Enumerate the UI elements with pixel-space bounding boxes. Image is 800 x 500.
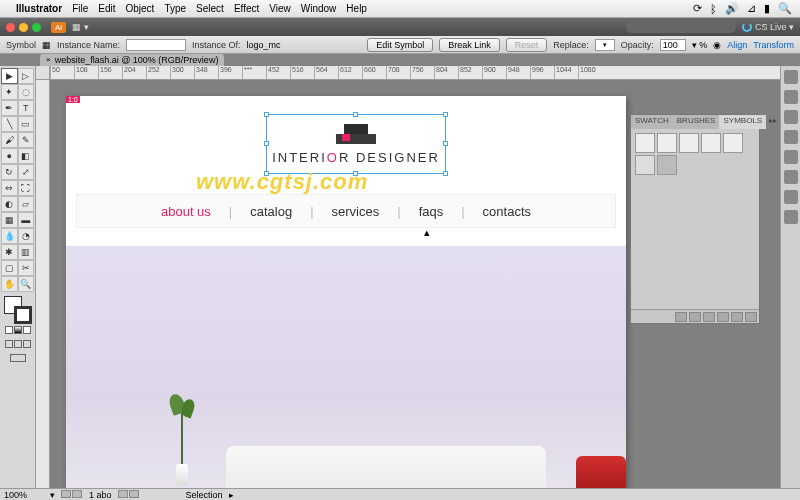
rectangle-tool-icon[interactable]: ▭ xyxy=(18,116,35,132)
free-transform-tool-icon[interactable]: ⛶ xyxy=(18,180,35,196)
opacity-dropdown-icon[interactable]: ▾ % xyxy=(692,40,708,50)
fill-stroke-swatch[interactable] xyxy=(4,296,32,324)
color-mode-icon[interactable] xyxy=(5,326,13,334)
tab-swatches[interactable]: SWATCH xyxy=(631,115,673,129)
instance-name-input[interactable] xyxy=(126,39,186,51)
selection-handle[interactable] xyxy=(443,112,448,117)
pencil-tool-icon[interactable]: ✎ xyxy=(18,132,35,148)
menu-view[interactable]: View xyxy=(269,3,291,14)
gradient-mode-icon[interactable] xyxy=(14,326,22,334)
minimize-window-icon[interactable] xyxy=(19,23,28,32)
symbol-thumb[interactable] xyxy=(657,155,677,175)
layers-panel-icon[interactable] xyxy=(784,210,798,224)
sync-icon[interactable]: ⟳ xyxy=(693,2,702,15)
nav-catalog[interactable]: catalog xyxy=(250,204,292,219)
symbols-panel[interactable]: SWATCH BRUSHES SYMBOLS ▸▸ ≡ xyxy=(630,114,760,324)
symbol-thumb[interactable] xyxy=(701,133,721,153)
opacity-input[interactable] xyxy=(660,39,686,51)
nav-services[interactable]: services xyxy=(332,204,380,219)
color-panel-icon[interactable] xyxy=(784,70,798,84)
tab-symbols[interactable]: SYMBOLS xyxy=(719,115,766,129)
hand-tool-icon[interactable]: ✋ xyxy=(1,276,18,292)
transparency-panel-icon[interactable] xyxy=(784,150,798,164)
current-tool-label[interactable]: Selection xyxy=(186,490,223,500)
selection-tool-icon[interactable]: ▶ xyxy=(1,68,18,84)
menu-window[interactable]: Window xyxy=(301,3,337,14)
eyedropper-tool-icon[interactable]: 💧 xyxy=(1,228,18,244)
menu-file[interactable]: File xyxy=(72,3,88,14)
align-link[interactable]: Align xyxy=(727,40,747,50)
scale-tool-icon[interactable]: ⤢ xyxy=(18,164,35,180)
menu-type[interactable]: Type xyxy=(164,3,186,14)
symbol-options-icon[interactable] xyxy=(717,312,729,322)
stroke-panel-icon[interactable] xyxy=(784,110,798,124)
app-name[interactable]: Illustrator xyxy=(16,3,62,14)
spotlight-icon[interactable]: 🔍 xyxy=(778,2,792,15)
menu-help[interactable]: Help xyxy=(346,3,367,14)
artboard[interactable]: 1:0 INTERIOR DESIGNER www.cgtsj.com xyxy=(66,96,626,488)
blob-brush-tool-icon[interactable]: ● xyxy=(1,148,18,164)
nav-contacts[interactable]: contacts xyxy=(483,204,531,219)
edit-symbol-button[interactable]: Edit Symbol xyxy=(367,38,433,52)
cs-live-button[interactable]: CS Live ▾ xyxy=(742,22,794,32)
zoom-window-icon[interactable] xyxy=(32,23,41,32)
status-dropdown-icon[interactable]: ▸ xyxy=(229,490,234,500)
type-tool-icon[interactable]: T xyxy=(18,100,35,116)
selection-handle[interactable] xyxy=(353,112,358,117)
close-tab-icon[interactable]: × xyxy=(46,54,51,66)
reset-button[interactable]: Reset xyxy=(506,38,548,52)
last-artboard-icon[interactable] xyxy=(129,490,139,498)
symbol-thumb[interactable] xyxy=(679,133,699,153)
shape-builder-tool-icon[interactable]: ◐ xyxy=(1,196,18,212)
pen-tool-icon[interactable]: ✒ xyxy=(1,100,18,116)
wifi-icon[interactable]: ⊿ xyxy=(747,2,756,15)
battery-icon[interactable]: ▮ xyxy=(764,2,770,15)
width-tool-icon[interactable]: ⇔ xyxy=(1,180,18,196)
replace-dropdown[interactable]: ▾ xyxy=(595,39,615,51)
slice-tool-icon[interactable]: ✂ xyxy=(18,260,35,276)
recolor-icon[interactable]: ◉ xyxy=(713,40,721,50)
close-window-icon[interactable] xyxy=(6,23,15,32)
line-tool-icon[interactable]: ╲ xyxy=(1,116,18,132)
symbol-thumb[interactable] xyxy=(723,133,743,153)
stroke-swatch[interactable] xyxy=(14,306,32,324)
menu-object[interactable]: Object xyxy=(125,3,154,14)
symbol-thumb[interactable] xyxy=(657,133,677,153)
mesh-tool-icon[interactable]: ▦ xyxy=(1,212,18,228)
logo-symbol[interactable]: INTERIOR DESIGNER xyxy=(266,114,446,174)
bridge-icon[interactable]: ▦ ▾ xyxy=(72,22,89,32)
screen-mode-icon[interactable] xyxy=(10,354,26,362)
draw-inside-icon[interactable] xyxy=(23,340,31,348)
menu-edit[interactable]: Edit xyxy=(98,3,115,14)
direct-selection-tool-icon[interactable]: ▷ xyxy=(18,68,35,84)
rotate-tool-icon[interactable]: ↻ xyxy=(1,164,18,180)
gradient-tool-icon[interactable]: ▬ xyxy=(18,212,35,228)
artboard-selector[interactable]: 1 abo xyxy=(89,490,112,500)
prev-artboard-icon[interactable] xyxy=(72,490,82,498)
gradient-panel-icon[interactable] xyxy=(784,130,798,144)
bluetooth-icon[interactable]: ᛒ xyxy=(710,3,717,15)
search-input[interactable] xyxy=(626,21,736,33)
zoom-tool-icon[interactable]: 🔍 xyxy=(18,276,35,292)
color-guide-panel-icon[interactable] xyxy=(784,90,798,104)
lasso-tool-icon[interactable]: ◌ xyxy=(18,84,35,100)
artboard-tool-icon[interactable]: ▢ xyxy=(1,260,18,276)
place-symbol-icon[interactable] xyxy=(689,312,701,322)
normal-draw-icon[interactable] xyxy=(5,340,13,348)
selection-handle[interactable] xyxy=(443,141,448,146)
draw-behind-icon[interactable] xyxy=(14,340,22,348)
blend-tool-icon[interactable]: ◔ xyxy=(18,228,35,244)
symbol-libraries-icon[interactable] xyxy=(675,312,687,322)
symbol-thumb[interactable] xyxy=(635,133,655,153)
graph-tool-icon[interactable]: ▥ xyxy=(18,244,35,260)
appearance-panel-icon[interactable] xyxy=(784,170,798,184)
first-artboard-icon[interactable] xyxy=(61,490,71,498)
canvas[interactable]: 50108156204252300348396***45251656461266… xyxy=(36,66,780,488)
eraser-tool-icon[interactable]: ◧ xyxy=(18,148,35,164)
ruler-vertical[interactable] xyxy=(36,80,50,488)
symbol-thumb[interactable] xyxy=(635,155,655,175)
menu-select[interactable]: Select xyxy=(196,3,224,14)
break-link-icon[interactable] xyxy=(703,312,715,322)
selection-handle[interactable] xyxy=(264,141,269,146)
ruler-origin[interactable] xyxy=(36,66,50,80)
